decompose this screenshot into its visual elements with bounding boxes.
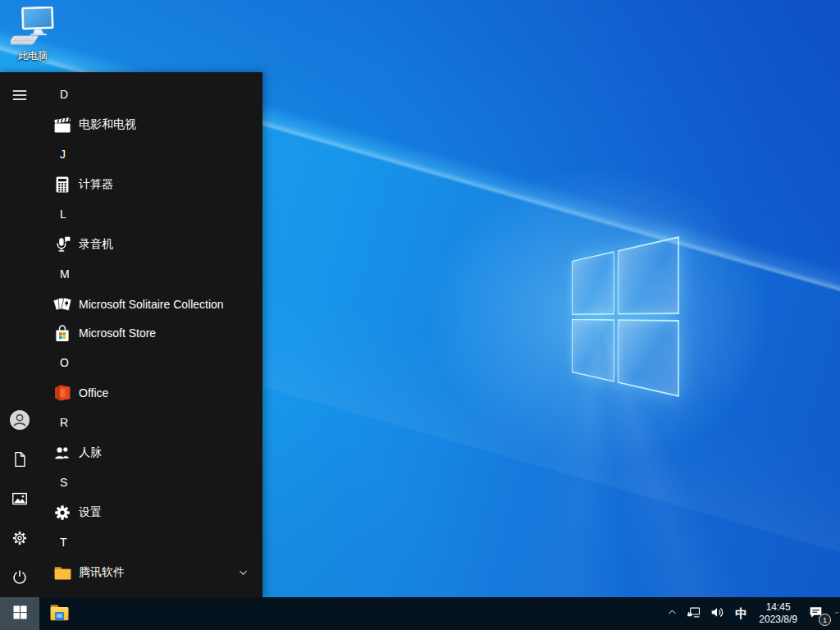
rail-button-settings[interactable] — [0, 518, 39, 558]
system-tray: 中 14:45 2023/8/9 1 — [663, 597, 840, 630]
app-label: Microsoft Solitaire Collection — [79, 298, 224, 311]
taskbar: 中 14:45 2023/8/9 1 — [0, 597, 840, 630]
start-app-item[interactable]: 设置 — [39, 498, 262, 527]
app-label: 计算器 — [79, 177, 113, 192]
network-icon — [686, 605, 701, 623]
start-button[interactable] — [0, 597, 39, 630]
rail-button-pictures[interactable] — [0, 479, 39, 518]
start-app-item[interactable]: 人脉 — [39, 438, 262, 467]
clock-time: 14:45 — [766, 601, 791, 614]
solitaire-icon — [52, 294, 72, 314]
windows-flag-logo — [572, 236, 679, 397]
clock-date: 2023/8/9 — [759, 614, 797, 626]
desktop-icon-label: 此电脑 — [9, 50, 57, 62]
user-icon — [9, 409, 30, 431]
movies-tv-icon — [52, 115, 72, 135]
folder-icon — [52, 563, 72, 582]
power-icon — [11, 568, 29, 587]
start-app-item[interactable]: 录音机 — [39, 230, 262, 258]
chevron-up-icon — [667, 607, 678, 620]
office-icon — [52, 383, 72, 403]
rail-button-power[interactable] — [0, 558, 39, 597]
start-app-item[interactable]: 电影和电视 — [39, 110, 262, 139]
app-label: 设置 — [79, 505, 102, 520]
rail-button-documents[interactable] — [0, 440, 39, 479]
app-label: 录音机 — [79, 237, 113, 252]
section-letter: R — [60, 416, 68, 429]
section-letter: M — [60, 267, 70, 281]
section-letter: J — [60, 148, 66, 161]
section-letter: S — [60, 476, 67, 489]
app-label: 腾讯软件 — [79, 565, 125, 580]
pictures-icon — [11, 490, 29, 508]
action-center-button[interactable]: 1 — [803, 597, 833, 630]
section-letter: T — [60, 536, 67, 549]
start-app-item[interactable]: Microsoft Store — [39, 318, 262, 347]
people-icon — [52, 443, 72, 463]
start-menu: D电影和电视J计算器L录音机MMicrosoft Solitaire Colle… — [0, 72, 262, 597]
ime-indicator[interactable]: 中 — [729, 597, 753, 630]
app-label: 人脉 — [79, 445, 102, 460]
volume-icon — [710, 605, 725, 623]
document-icon — [11, 450, 29, 468]
gear-outline-icon — [11, 529, 29, 547]
section-letter: D — [60, 88, 68, 101]
start-section-M[interactable]: M — [39, 258, 262, 290]
chevron-down-icon — [237, 566, 249, 578]
windows-flag-pane — [572, 251, 614, 314]
start-section-L[interactable]: L — [39, 199, 262, 230]
app-label: Office — [79, 386, 108, 399]
rail-button-user-account[interactable] — [0, 400, 39, 440]
start-app-item[interactable]: Microsoft Solitaire Collection — [39, 290, 262, 318]
windows-flag-pane — [572, 318, 614, 381]
this-pc-icon — [11, 34, 55, 48]
start-app-item[interactable]: 计算器 — [39, 170, 262, 199]
show-desktop-button[interactable] — [835, 612, 840, 615]
start-app-item[interactable]: 腾讯软件 — [39, 558, 262, 587]
windows-flag-pane — [618, 319, 679, 397]
network-tray-button[interactable] — [682, 597, 705, 630]
volume-tray-button[interactable] — [705, 597, 729, 630]
hidden-icons-chevron[interactable] — [663, 597, 682, 630]
start-section-O[interactable]: O — [39, 347, 262, 378]
start-section-R[interactable]: R — [39, 407, 262, 438]
windows-flag-pane — [618, 236, 679, 314]
hamburger-icon — [11, 86, 29, 104]
rail-button-expand-menu[interactable] — [0, 75, 39, 115]
start-section-D[interactable]: D — [39, 79, 262, 110]
notification-badge: 1 — [819, 614, 831, 626]
windows-logo-icon — [11, 604, 29, 623]
desktop-screen: 此电脑 D电影和电视J计算器L录音机MMicrosoft Solitaire C… — [0, 0, 840, 630]
clock[interactable]: 14:45 2023/8/9 — [753, 597, 803, 630]
gear-icon — [52, 503, 72, 523]
start-menu-app-list: D电影和电视J计算器L录音机MMicrosoft Solitaire Colle… — [39, 72, 262, 597]
start-app-item[interactable]: Office — [39, 378, 262, 407]
app-label: 电影和电视 — [79, 117, 136, 132]
section-letter: L — [60, 208, 66, 221]
start-section-T[interactable]: T — [39, 527, 262, 558]
start-section-J[interactable]: J — [39, 139, 262, 170]
store-icon — [52, 323, 72, 343]
start-section-S[interactable]: S — [39, 467, 262, 498]
voice-recorder-icon — [52, 235, 72, 254]
start-section-W[interactable]: W — [39, 587, 262, 597]
section-letter: O — [60, 356, 69, 369]
start-menu-rail — [0, 72, 39, 597]
file-explorer-icon — [48, 602, 71, 625]
calculator-icon — [52, 175, 72, 194]
desktop-icon-this-pc[interactable]: 此电脑 — [9, 7, 57, 62]
taskbar-file-explorer-button[interactable] — [41, 597, 77, 630]
app-label: Microsoft Store — [79, 326, 156, 340]
